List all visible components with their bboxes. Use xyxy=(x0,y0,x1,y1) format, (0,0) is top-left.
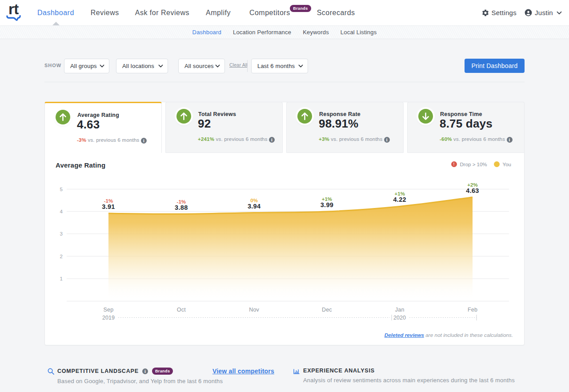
svg-text:5: 5 xyxy=(60,187,63,192)
svg-text:Nov: Nov xyxy=(249,307,259,313)
svg-text:Jan: Jan xyxy=(395,307,405,313)
svg-text:4: 4 xyxy=(60,209,63,214)
svg-text:3.99: 3.99 xyxy=(321,201,333,208)
svg-text:Oct: Oct xyxy=(177,307,186,313)
svg-text:rt: rt xyxy=(8,1,19,17)
svg-text:4.22: 4.22 xyxy=(393,196,406,203)
svg-text:3.94: 3.94 xyxy=(248,203,260,210)
svg-text:1: 1 xyxy=(60,276,63,281)
svg-text:3.91: 3.91 xyxy=(102,203,115,210)
svg-text:2020: 2020 xyxy=(393,315,406,321)
svg-text:Feb: Feb xyxy=(468,307,477,313)
svg-text:3: 3 xyxy=(60,231,63,236)
svg-text:2: 2 xyxy=(60,254,63,259)
svg-text:Dec: Dec xyxy=(322,307,332,313)
svg-text:Sep: Sep xyxy=(104,307,114,313)
svg-text:2019: 2019 xyxy=(102,315,115,321)
svg-text:4.63: 4.63 xyxy=(466,187,479,194)
svg-text:3.88: 3.88 xyxy=(175,204,188,211)
